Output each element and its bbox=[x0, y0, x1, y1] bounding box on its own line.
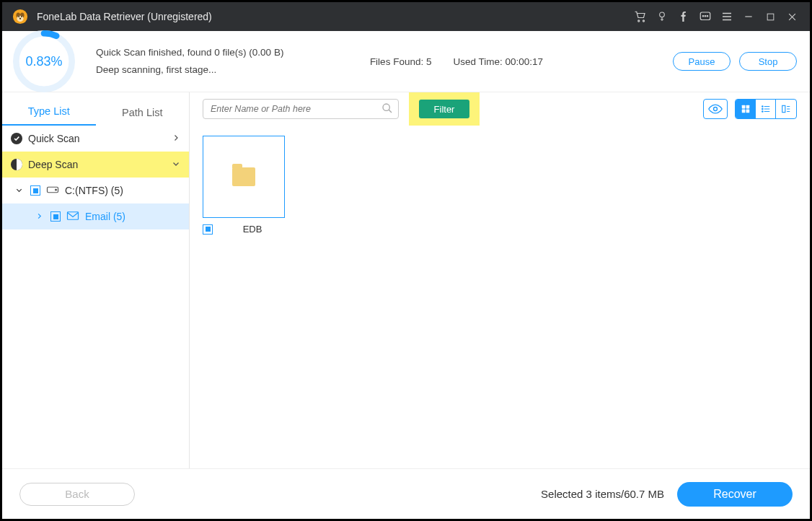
tree-deep-scan[interactable]: Deep Scan bbox=[2, 152, 189, 178]
tile-label: EDB bbox=[220, 224, 285, 235]
stop-button[interactable]: Stop bbox=[739, 52, 797, 71]
drive-icon bbox=[46, 185, 59, 197]
app-logo-icon bbox=[12, 9, 28, 25]
filter-highlight: Filter bbox=[409, 92, 480, 126]
svg-rect-14 bbox=[767, 14, 774, 20]
checkbox-icon[interactable] bbox=[203, 224, 213, 235]
chevron-down-icon bbox=[15, 185, 23, 196]
status-line1: Quick Scan finished, found 0 file(s) (0.… bbox=[96, 44, 283, 61]
svg-point-8 bbox=[643, 20, 644, 22]
svg-rect-24 bbox=[746, 110, 749, 113]
svg-rect-22 bbox=[746, 105, 749, 109]
search-icon[interactable] bbox=[381, 102, 393, 117]
tree-label: Quick Scan bbox=[28, 133, 172, 144]
minimize-icon[interactable] bbox=[738, 2, 759, 31]
svg-point-4 bbox=[18, 16, 19, 17]
used-time: Used Time: 00:00:17 bbox=[453, 56, 543, 67]
svg-point-5 bbox=[21, 16, 22, 17]
search-wrap bbox=[203, 99, 399, 119]
preview-button[interactable] bbox=[703, 99, 728, 119]
svg-point-26 bbox=[762, 108, 762, 109]
svg-rect-18 bbox=[68, 211, 79, 219]
svg-point-20 bbox=[714, 108, 718, 111]
status-line2: Deep scanning, first stage... bbox=[96, 61, 283, 79]
svg-point-11 bbox=[702, 16, 704, 17]
titlebar: FoneLab Data Retriever (Unregistered) bbox=[2, 2, 810, 31]
half-circle-icon bbox=[11, 159, 22, 170]
tree-label: Email (5) bbox=[85, 211, 180, 222]
window-title: FoneLab Data Retriever (Unregistered) bbox=[37, 11, 212, 22]
status-text: Quick Scan finished, found 0 file(s) (0.… bbox=[96, 44, 283, 79]
svg-rect-23 bbox=[741, 110, 745, 113]
progress-percent: 0.83% bbox=[25, 54, 62, 69]
search-input[interactable] bbox=[203, 99, 399, 119]
svg-point-12 bbox=[705, 16, 706, 17]
selected-summary: Selected 3 items/60.7 MB bbox=[541, 488, 664, 500]
cart-icon[interactable] bbox=[630, 2, 651, 31]
menu-icon[interactable] bbox=[716, 2, 738, 31]
status-bar: 0.83% Quick Scan finished, found 0 file(… bbox=[2, 31, 810, 92]
chevron-down-icon bbox=[172, 159, 180, 170]
app-window: FoneLab Data Retriever (Unregistered) 0.… bbox=[0, 0, 812, 521]
close-icon[interactable] bbox=[781, 2, 803, 31]
svg-point-27 bbox=[762, 111, 762, 112]
footer: Back Selected 3 items/60.7 MB Recover bbox=[2, 468, 810, 519]
view-toggle bbox=[735, 99, 797, 119]
tree-drive[interactable]: C:(NTFS) (5) bbox=[2, 178, 189, 203]
tree-label: C:(NTFS) (5) bbox=[65, 185, 180, 196]
view-grid-button[interactable] bbox=[736, 100, 756, 118]
back-button[interactable]: Back bbox=[19, 483, 135, 506]
feedback-icon[interactable] bbox=[694, 2, 716, 31]
tab-path-list[interactable]: Path List bbox=[96, 107, 190, 126]
recover-button[interactable]: Recover bbox=[677, 482, 793, 507]
folder-tile[interactable]: EDB bbox=[203, 136, 285, 235]
svg-point-17 bbox=[56, 189, 57, 191]
file-grid: EDB bbox=[190, 126, 810, 468]
maximize-icon[interactable] bbox=[759, 2, 781, 31]
svg-rect-21 bbox=[741, 105, 745, 109]
key-icon[interactable] bbox=[651, 2, 673, 31]
svg-rect-28 bbox=[782, 105, 785, 112]
content-toolbar: Filter bbox=[190, 92, 810, 126]
svg-point-25 bbox=[762, 106, 762, 107]
pause-button[interactable]: Pause bbox=[673, 52, 731, 71]
svg-point-7 bbox=[638, 20, 640, 22]
tree-email[interactable]: Email (5) bbox=[2, 203, 189, 229]
view-detail-button[interactable] bbox=[776, 100, 796, 118]
view-list-button[interactable] bbox=[756, 100, 776, 118]
tab-type-list[interactable]: Type List bbox=[2, 105, 96, 126]
svg-point-19 bbox=[383, 104, 389, 110]
checkbox-icon[interactable] bbox=[30, 185, 40, 196]
files-found: Files Found: 5 bbox=[370, 56, 432, 67]
tree-label: Deep Scan bbox=[28, 159, 172, 170]
svg-point-9 bbox=[660, 12, 665, 17]
chevron-right-icon bbox=[35, 211, 43, 222]
folder-thumb bbox=[203, 136, 285, 218]
check-circle-icon bbox=[11, 133, 22, 144]
mail-icon bbox=[66, 211, 79, 223]
filter-button[interactable]: Filter bbox=[419, 100, 469, 118]
svg-point-6 bbox=[19, 18, 21, 19]
svg-point-13 bbox=[707, 16, 708, 17]
content-area: Filter bbox=[190, 92, 810, 468]
checkbox-icon[interactable] bbox=[50, 211, 61, 222]
facebook-icon[interactable] bbox=[673, 2, 694, 31]
sidebar: Type List Path List Quick Scan Deep Scan… bbox=[2, 92, 190, 468]
progress-circle: 0.83% bbox=[8, 35, 80, 87]
chevron-right-icon bbox=[172, 133, 180, 144]
tree-quick-scan[interactable]: Quick Scan bbox=[2, 126, 189, 152]
folder-icon bbox=[232, 167, 255, 186]
